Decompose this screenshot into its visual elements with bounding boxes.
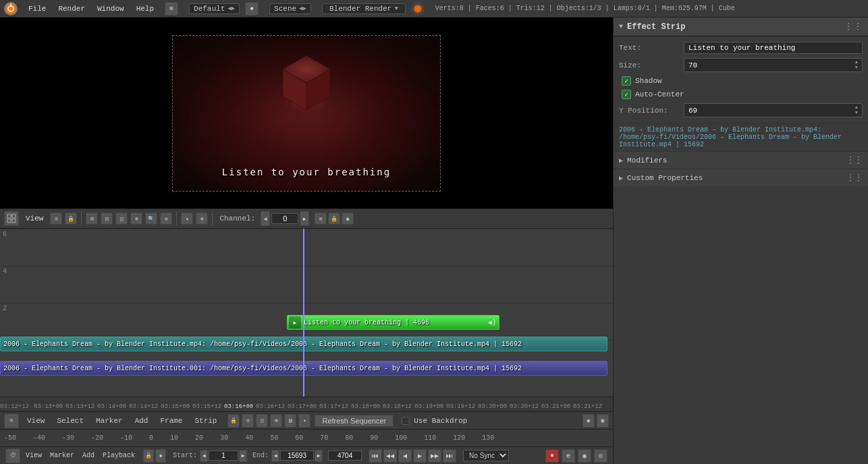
ypos-prop-value[interactable]: 69 ▲ ▼ xyxy=(684,103,863,117)
tl-frame-menu[interactable]: Add xyxy=(80,451,97,461)
seq-icon-3[interactable]: ⊞ xyxy=(86,212,98,225)
autocenter-row: ✓ Auto-Center xyxy=(619,90,863,99)
tl-view-menu[interactable]: View xyxy=(23,451,45,461)
effect-options-icon[interactable]: ⋮⋮ xyxy=(844,21,863,32)
pb-prev[interactable]: ◀ xyxy=(398,449,412,463)
file-menu[interactable]: File xyxy=(23,3,51,14)
bottom-cam-icon[interactable]: ◉ xyxy=(582,414,595,428)
playhead[interactable]: 03:16+00 xyxy=(303,229,304,397)
seq-snap-icon[interactable]: ⊕ xyxy=(315,212,327,225)
engine-label: Blender Render xyxy=(329,5,391,13)
seq-icon-1[interactable]: ⊙ xyxy=(50,212,62,225)
bottom-icon-4[interactable]: ⊕ xyxy=(270,414,282,428)
custom-props-section[interactable]: ▶ Custom Properties ⋮⋮ xyxy=(614,169,868,186)
seq-cam-icon[interactable]: ◉ xyxy=(342,212,354,225)
tl-n20: -20 xyxy=(91,434,103,442)
tl-lock-icon[interactable]: 🔒 xyxy=(143,449,154,463)
size-down[interactable]: ▼ xyxy=(855,65,858,70)
seq-icon-6[interactable]: ⊕ xyxy=(130,212,142,225)
render-icon xyxy=(411,2,425,16)
start-next[interactable]: ▶ xyxy=(239,450,247,462)
workspace-label: Default xyxy=(194,5,225,13)
autocenter-checkbox[interactable]: ✓ xyxy=(622,90,631,99)
pb-next[interactable]: ▶▶ xyxy=(428,449,441,463)
channel-next[interactable]: ▶ xyxy=(300,211,309,226)
modifiers-options[interactable]: ⋮⋮ xyxy=(846,155,863,165)
svg-rect-10 xyxy=(7,219,11,223)
engine-selector[interactable]: Blender Render ▼ xyxy=(322,3,406,14)
seq-icon-4[interactable]: ⊟ xyxy=(101,212,113,225)
ruler-t10: 03:17+12 xyxy=(319,403,348,410)
bottom-icon-2[interactable]: ⊙ xyxy=(242,414,254,428)
bottom-select-menu[interactable]: Select xyxy=(53,415,88,426)
seq-icon-7[interactable]: 🔍 xyxy=(145,212,157,225)
sep-1 xyxy=(81,212,82,225)
bottom-icons: 🔒 ⊙ ◫ ⊕ ▤ ✦ xyxy=(227,414,310,428)
bottom-icon-3[interactable]: ◫ xyxy=(256,414,268,428)
text-strip[interactable]: ▶ Listen to your breathing | 4696 ◀) xyxy=(287,315,499,330)
use-backdrop-cb[interactable] xyxy=(402,417,410,425)
refresh-btn[interactable]: Refresh Sequencer xyxy=(315,415,394,427)
bottom-view-menu[interactable]: View xyxy=(23,415,49,426)
ruler-t6: 03:15+12 xyxy=(192,403,221,410)
ch-num-2: 2 xyxy=(3,306,7,312)
bottom-icon-5[interactable]: ▤ xyxy=(284,414,296,428)
bottom-film-icon[interactable]: ▣ xyxy=(597,414,609,428)
pb-play[interactable]: ▶ xyxy=(413,449,427,463)
ypos-down[interactable]: ▼ xyxy=(855,111,858,115)
seq-lock-icon[interactable]: 🔒 xyxy=(328,212,340,225)
tl-playback-menu[interactable]: Playback xyxy=(100,451,138,461)
shadow-checkbox[interactable]: ✓ xyxy=(622,76,631,86)
tl-key-icon[interactable]: ◆ xyxy=(155,449,166,463)
tl-icon-c[interactable]: ⊙ xyxy=(594,449,607,463)
help-menu[interactable]: Help xyxy=(131,3,159,14)
seq-icon-8[interactable]: ⊜ xyxy=(160,212,172,225)
current-frame-input[interactable] xyxy=(328,451,362,461)
channel-prev[interactable]: ◀ xyxy=(261,211,270,226)
end-next[interactable]: ▶ xyxy=(315,450,323,462)
tl-icon-a[interactable]: ⊕ xyxy=(562,449,575,463)
seq-icon-2[interactable]: 🔒 xyxy=(65,212,77,225)
size-up[interactable]: ▲ xyxy=(855,60,858,65)
scene-selector[interactable]: Scene ◀▶ xyxy=(269,3,311,14)
bottom-add-menu[interactable]: Add xyxy=(131,415,153,426)
sep-3 xyxy=(212,212,213,225)
tl-icon-b[interactable]: ◉ xyxy=(578,449,591,463)
sep-2 xyxy=(176,212,177,225)
seq-icon-9[interactable]: ✦ xyxy=(181,212,193,225)
end-input[interactable] xyxy=(280,451,314,461)
end-prev[interactable]: ◀ xyxy=(271,450,279,462)
seq-bottom-bar: ≡ View Select Marker Add Frame Strip 🔒 ⊙… xyxy=(0,411,613,429)
seq-view-menu[interactable]: View xyxy=(22,213,47,224)
ruler-t13: 03:19+00 xyxy=(414,403,443,410)
render-menu[interactable]: Render xyxy=(53,3,90,14)
start-input[interactable] xyxy=(209,451,238,461)
ruler-t16: 03:20+12 xyxy=(510,403,539,410)
tl-marker-menu[interactable]: Marker xyxy=(47,451,77,461)
tl-record-icon[interactable]: ● xyxy=(545,449,559,463)
window-menu[interactable]: Window xyxy=(92,3,130,14)
strip-name-text: 2006 - Elephants Dream - by Blender Inst… xyxy=(619,126,842,148)
text-prop-value[interactable]: Listen to your breathing xyxy=(684,42,863,54)
custom-props-options[interactable]: ⋮⋮ xyxy=(846,173,863,183)
size-prop-value[interactable]: 70 ▲ ▼ xyxy=(684,58,863,72)
seq-icon-5[interactable]: ◫ xyxy=(115,212,128,225)
ypos-up[interactable]: ▲ xyxy=(855,105,858,110)
effect-strip-title: Effect Strip xyxy=(627,22,685,32)
sync-select[interactable]: No Sync xyxy=(463,450,509,461)
pb-prev-frame[interactable]: ◀◀ xyxy=(383,449,397,463)
bottom-icon-1[interactable]: 🔒 xyxy=(227,414,240,428)
strip-play-btn[interactable]: ▶ xyxy=(289,316,301,328)
pb-jump-start[interactable]: ⏮ xyxy=(369,449,382,463)
bottom-marker-menu[interactable]: Marker xyxy=(92,415,127,426)
workspace-selector[interactable]: Default ◀▶ xyxy=(189,3,240,14)
seq-icon-10[interactable]: ⊕ xyxy=(196,212,208,225)
bottom-icon-6[interactable]: ✦ xyxy=(298,414,310,428)
bottom-frame-menu[interactable]: Frame xyxy=(156,415,186,426)
channel-input[interactable] xyxy=(271,213,298,224)
pb-jump-end[interactable]: ⏭ xyxy=(443,449,456,463)
modifiers-section[interactable]: ▶ Modifiers ⋮⋮ xyxy=(614,151,868,169)
start-prev[interactable]: ◀ xyxy=(200,450,208,462)
effect-collapse-arrow[interactable]: ▼ xyxy=(619,23,623,30)
bottom-strip-menu[interactable]: Strip xyxy=(190,415,221,426)
